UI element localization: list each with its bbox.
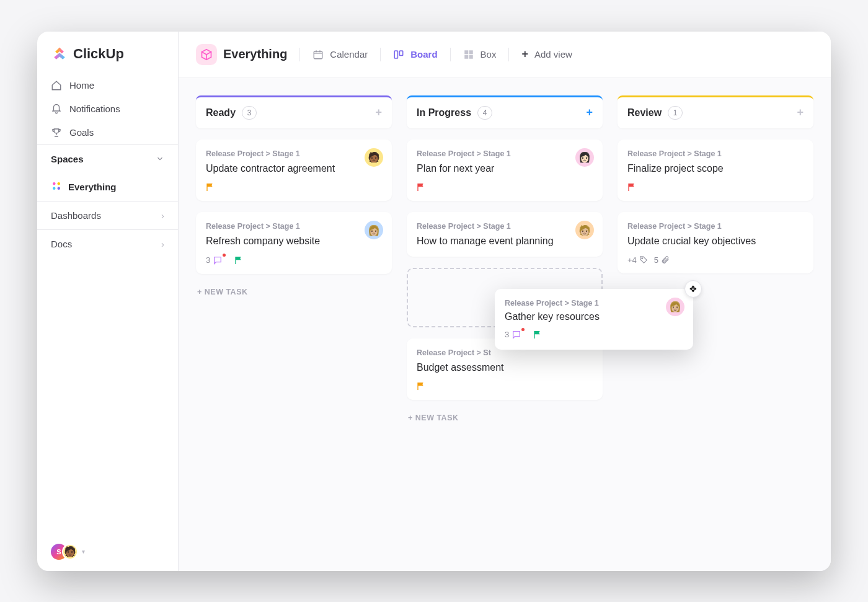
flag-icon — [417, 381, 427, 391]
assignee-avatar[interactable]: 🧑🏼 — [575, 221, 594, 239]
attachments-count[interactable]: 5 — [654, 255, 670, 265]
card-title: How to manage event planning — [417, 234, 593, 248]
topbar: Everything Calendar Board Box + Add view — [179, 32, 831, 78]
task-card[interactable]: Release Project > Stage 1 Finalize proje… — [618, 139, 813, 201]
tag-icon — [639, 255, 648, 264]
spaces-section: Spaces Everything — [37, 144, 178, 201]
box-icon — [463, 49, 474, 60]
home-icon — [51, 80, 62, 91]
column-count: 4 — [477, 106, 492, 120]
comments-count[interactable]: 3 — [206, 255, 228, 265]
nav-goals[interactable]: Goals — [37, 121, 178, 144]
assignee-avatar[interactable]: 🧑🏾 — [365, 148, 383, 167]
assignee-avatar[interactable]: 👩🏼 — [365, 221, 383, 239]
cube-icon — [196, 44, 217, 65]
flag-icon — [533, 330, 543, 340]
move-handle-icon[interactable]: ✥ — [684, 280, 702, 298]
svg-point-11 — [642, 258, 643, 259]
tab-board[interactable]: Board — [393, 46, 437, 63]
card-breadcrumb: Release Project > Stage 1 — [627, 149, 804, 158]
brand-name: ClickUp — [73, 46, 124, 62]
card-title: Gather key resources — [505, 311, 683, 322]
tab-calendar[interactable]: Calendar — [312, 46, 368, 63]
task-card[interactable]: Release Project > Stage 1 Update crucial… — [618, 212, 813, 273]
column-title: Review — [627, 107, 662, 118]
logo[interactable]: ClickUp — [37, 32, 178, 74]
add-card-button[interactable]: + — [375, 106, 382, 119]
sidebar-item-dashboards[interactable]: Dashboards › — [37, 201, 178, 229]
flag-icon — [234, 255, 244, 265]
card-breadcrumb: Release Project > Stage 1 — [505, 299, 683, 308]
task-card[interactable]: Release Project > Stage 1 Update contrac… — [196, 139, 392, 201]
add-view-label: Add view — [534, 49, 572, 60]
grid-icon — [51, 180, 62, 193]
spaces-header[interactable]: Spaces — [37, 145, 178, 173]
chevron-down-icon — [156, 154, 164, 163]
unread-dot — [521, 328, 525, 331]
column-ready: Ready 3 + Release Project > Stage 1 Upda… — [196, 95, 392, 554]
sidebar: ClickUp Home Notifications Goals Spaces … — [37, 32, 179, 571]
unread-dot — [223, 254, 226, 257]
nav-label: Notifications — [69, 104, 120, 114]
clickup-logo-icon — [51, 45, 68, 63]
nav-home[interactable]: Home — [37, 74, 178, 97]
assignee-avatar[interactable]: 👩🏼 — [666, 298, 684, 316]
comments-count[interactable]: 3 — [505, 330, 527, 340]
add-card-button[interactable]: + — [586, 106, 593, 119]
view-title[interactable]: Everything — [196, 42, 287, 68]
nav-notifications[interactable]: Notifications — [37, 97, 178, 121]
user-avatar: 🧑🏾 — [62, 544, 78, 560]
column-header[interactable]: Ready 3 + — [196, 95, 392, 128]
main: Everything Calendar Board Box + Add view — [179, 32, 831, 571]
view-title-label: Everything — [223, 47, 287, 61]
column-title: In Progress — [417, 107, 471, 118]
caret-down-icon: ▾ — [82, 548, 85, 555]
sidebar-item-label: Docs — [51, 239, 72, 249]
assignee-avatar[interactable]: 👩🏻 — [575, 148, 594, 167]
tab-label: Calendar — [330, 49, 368, 60]
task-card[interactable]: Release Project > Stage 1 Refresh compan… — [196, 212, 392, 274]
card-title: Finalize project scope — [627, 162, 804, 175]
column-count: 1 — [668, 106, 683, 120]
plus-icon: + — [521, 48, 528, 61]
sidebar-item-docs[interactable]: Docs › — [37, 229, 178, 258]
comment-icon — [213, 255, 223, 265]
tab-label: Box — [480, 49, 497, 60]
svg-point-1 — [58, 182, 61, 185]
column-count: 3 — [242, 106, 257, 120]
dragging-card[interactable]: ✥ Release Project > Stage 1 Gather key r… — [495, 289, 693, 350]
column-title: Ready — [206, 107, 236, 118]
paperclip-icon — [661, 255, 670, 264]
flag-icon — [417, 182, 427, 192]
add-card-button[interactable]: + — [797, 106, 804, 119]
svg-point-3 — [58, 187, 61, 190]
tags-count[interactable]: +4 — [627, 255, 648, 265]
separator — [508, 48, 509, 61]
app-window: ClickUp Home Notifications Goals Spaces … — [37, 32, 831, 571]
board-icon — [393, 49, 404, 60]
task-card[interactable]: Release Project > Stage 1 Plan for next … — [407, 139, 603, 201]
card-breadcrumb: Release Project > St — [417, 348, 593, 357]
card-breadcrumb: Release Project > Stage 1 — [627, 222, 804, 231]
new-task-button[interactable]: + NEW TASK — [196, 285, 392, 299]
calendar-icon — [312, 49, 324, 60]
column-header[interactable]: Review 1 + — [618, 95, 813, 128]
svg-rect-7 — [464, 50, 468, 54]
bell-icon — [51, 104, 62, 115]
new-task-button[interactable]: + NEW TASK — [407, 411, 603, 425]
svg-rect-10 — [469, 55, 472, 58]
tab-box[interactable]: Box — [463, 46, 497, 63]
svg-point-2 — [53, 187, 56, 190]
flag-icon — [206, 182, 216, 192]
user-menu[interactable]: S 🧑🏾 ▾ — [37, 533, 178, 571]
task-card[interactable]: Release Project > Stage 1 How to manage … — [407, 212, 603, 257]
sidebar-item-everything[interactable]: Everything — [37, 173, 178, 201]
chevron-right-icon: › — [161, 239, 164, 249]
separator — [450, 48, 451, 61]
card-breadcrumb: Release Project > Stage 1 — [417, 149, 593, 158]
svg-rect-5 — [394, 51, 397, 58]
svg-point-0 — [53, 182, 56, 185]
column-header[interactable]: In Progress 4 + — [407, 95, 603, 128]
add-view-button[interactable]: + Add view — [521, 45, 572, 63]
board: Ready 3 + Release Project > Stage 1 Upda… — [179, 78, 831, 571]
